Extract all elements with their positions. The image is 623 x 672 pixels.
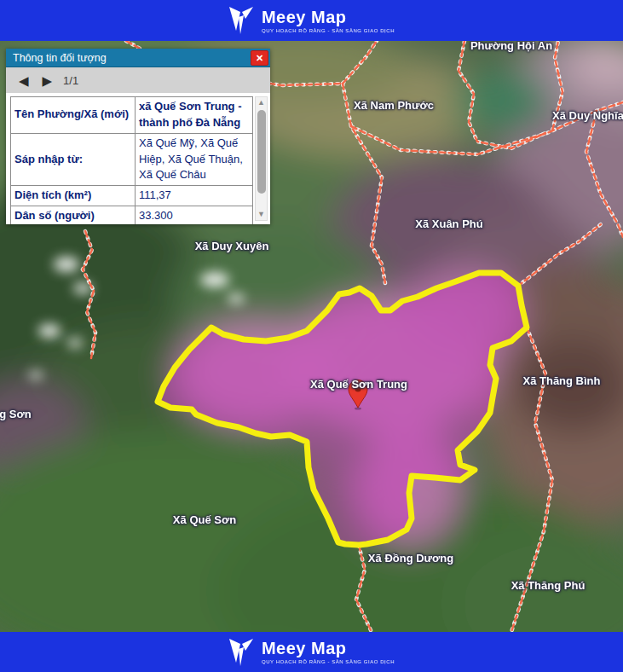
map-label-xa-xuan-phu: Xã Xuân Phú (415, 217, 482, 230)
attr-value: Xã Quế Mỹ, Xã Quế Hiệp, Xã Quế Thuận, Xã… (136, 133, 253, 186)
page-indicator: 1/1 (63, 74, 78, 87)
close-icon[interactable]: ✕ (251, 50, 268, 66)
selected-commune-polygon[interactable] (158, 273, 527, 545)
popup-title: Thông tin đối tượng (13, 52, 107, 64)
brand-name: Meey Map (262, 9, 395, 26)
map-label-xa-thang-binh: Xã Thăng Bình (523, 374, 601, 387)
map-label-xa-que-son-trung: Xã Quế Sơn Trung (310, 378, 407, 391)
map-label-xa-duy-nghia: Xã Duy Nghĩa (552, 109, 623, 122)
attr-value: 111,37 (136, 186, 253, 206)
map-label-xa-thang-phu: Xã Thăng Phú (511, 579, 586, 592)
brand-name: Meey Map (262, 640, 395, 658)
attr-label: Dân số (người) (11, 206, 136, 224)
meey-map-logo-footer: Meey Map QUY HOẠCH RÕ RÀNG - SẴN SÀNG GI… (228, 638, 395, 667)
brand-tagline: QUY HOẠCH RÕ RÀNG - SẴN SÀNG GIAO DỊCH (262, 28, 395, 33)
map-label-xa-nam-phuoc: Xã Nam Phước (354, 99, 434, 112)
meey-map-app: Phường Hội An Xã Nam Phước Xã Duy Nghĩa … (0, 0, 623, 672)
attr-label: Diện tích (km²) (11, 186, 136, 206)
attr-label: Tên Phường/Xã (mới) (11, 97, 136, 134)
table-row: Dân số (người) 33.300 (11, 206, 253, 224)
brand-tagline: QUY HOẠCH RÕ RÀNG - SẴN SÀNG GIAO DỊCH (262, 659, 395, 664)
attribute-table: Tên Phường/Xã (mới) xã Quế Sơn Trung - t… (10, 96, 253, 224)
scroll-up-icon[interactable]: ▲ (256, 97, 267, 108)
header-bar: Meey Map QUY HOẠCH RÕ RÀNG - SẴN SÀNG GI… (0, 0, 623, 41)
table-row: Tên Phường/Xã (mới) xã Quế Sơn Trung - t… (11, 97, 253, 134)
popup-pager-bar: ◀ ▶ 1/1 (6, 67, 270, 93)
map-label-xa-duy-xuyen: Xã Duy Xuyên (195, 240, 269, 252)
map-label-partial-son: g Sơn (0, 408, 32, 420)
map-label-xa-que-son: Xã Quế Sơn (173, 513, 236, 526)
table-row: Diện tích (km²) 111,37 (11, 186, 253, 206)
attr-label: Sáp nhập từ: (11, 133, 136, 186)
table-row: Sáp nhập từ: Xã Quế Mỹ, Xã Quế Hiệp, Xã … (11, 133, 253, 186)
footer-bar: Meey Map QUY HOẠCH RÕ RÀNG - SẴN SÀNG GI… (0, 632, 623, 672)
map-label-phuong-hoi-an: Phường Hội An (470, 41, 552, 52)
scrollbar-thumb[interactable] (257, 110, 266, 194)
scroll-down-icon[interactable]: ▼ (256, 209, 267, 220)
info-popup: Thông tin đối tượng ✕ ◀ ▶ 1/1 Tên Phường… (6, 49, 270, 224)
table-scrollbar[interactable]: ▲ ▼ (255, 96, 268, 221)
meey-map-logo-icon (228, 6, 254, 35)
meey-map-logo: Meey Map QUY HOẠCH RÕ RÀNG - SẴN SÀNG GI… (228, 6, 395, 35)
meey-map-logo-icon (228, 638, 254, 667)
attr-value: xã Quế Sơn Trung - thành phố Đà Nẵng (136, 97, 253, 134)
popup-body: Tên Phường/Xã (mới) xã Quế Sơn Trung - t… (6, 93, 270, 224)
next-page-icon[interactable]: ▶ (38, 74, 57, 87)
map-label-xa-dong-duong: Xã Đồng Dương (368, 552, 453, 565)
popup-title-bar: Thông tin đối tượng ✕ (6, 49, 270, 67)
prev-page-icon[interactable]: ◀ (14, 74, 33, 87)
attr-value: 33.300 (136, 206, 253, 224)
